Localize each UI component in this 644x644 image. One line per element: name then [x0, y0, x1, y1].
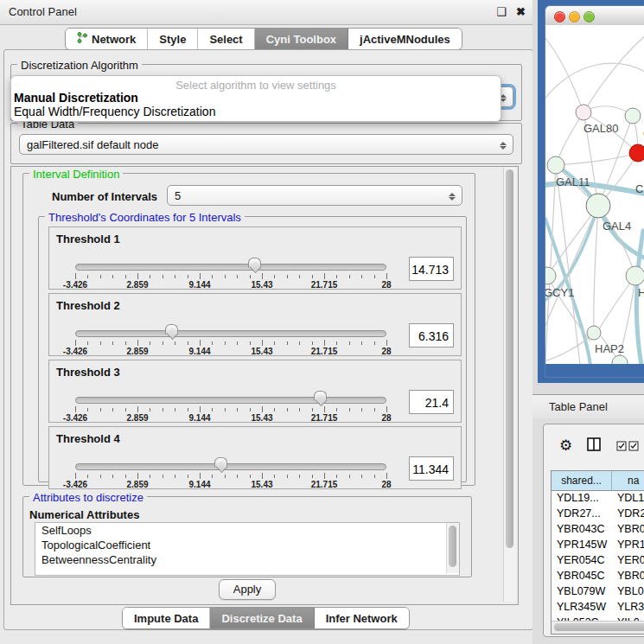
- slider-track[interactable]: [75, 330, 386, 337]
- number-of-intervals-value: 5: [175, 189, 181, 202]
- network-graph: GAL80 GA GAL11 C GAL4 GCY1 H HAP2: [545, 25, 644, 364]
- popup-item-equal-width[interactable]: Equal Width/Frequency Discretization: [14, 105, 215, 118]
- table-row[interactable]: YDL19...YDL1: [552, 491, 644, 507]
- numerical-attributes-label: Numerical Attributes: [29, 508, 139, 521]
- thresholds-group-label: Threshold's Coordinates for 5 Intervals: [45, 211, 245, 224]
- checkbox-checked-icon[interactable]: [616, 439, 627, 455]
- threshold-label: Threshold 2: [56, 299, 120, 312]
- threshold-value-field[interactable]: 14.713: [409, 257, 454, 281]
- table-row[interactable]: YER054CYER0: [552, 553, 644, 569]
- network-canvas[interactable]: GAL80 GA GAL11 C GAL4 GCY1 H HAP2: [545, 25, 644, 364]
- zoom-traffic-light-icon[interactable]: [583, 11, 595, 22]
- threshold-value-field[interactable]: 21.4: [409, 390, 454, 414]
- attributes-group-label: Attributes to discretize: [29, 491, 147, 504]
- settings-vertical-scrollbar[interactable]: [503, 168, 516, 602]
- threshold-slider[interactable]: -3.4262.8599.14415.4321.71528: [75, 458, 386, 488]
- network-window-titlebar[interactable]: [545, 6, 644, 26]
- slider-ticks: [75, 273, 386, 280]
- gear-icon[interactable]: ⚙: [559, 437, 572, 455]
- list-item[interactable]: SelfLoops: [35, 523, 459, 538]
- tab-style[interactable]: Style: [148, 29, 198, 49]
- table-row[interactable]: YBR045CYBR0: [552, 569, 644, 584]
- tab-jactivemnodules[interactable]: jActiveMNodules: [348, 29, 462, 49]
- checkbox-checked-icon[interactable]: [628, 439, 639, 455]
- network-node[interactable]: [626, 266, 644, 285]
- discretization-algorithm-group-label: Discretization Algorithm: [17, 59, 142, 72]
- table-row[interactable]: YDR27...YDR2: [552, 507, 644, 522]
- scrollbar-thumb[interactable]: [506, 169, 513, 548]
- tab-impute-data[interactable]: Impute Data: [123, 608, 210, 628]
- number-of-intervals-combobox[interactable]: 5: [167, 185, 462, 206]
- node-label-gal4: GAL4: [603, 220, 631, 233]
- threshold-row: Threshold 3 -3.4262.8599.14415.4321.7152…: [48, 360, 462, 423]
- list-item[interactable]: BetweennessCentrality: [35, 552, 459, 567]
- table-panel-title: Table Panel: [549, 400, 608, 413]
- network-node[interactable]: [587, 326, 601, 340]
- slider-track[interactable]: [75, 397, 386, 404]
- node-label-gal80: GAL80: [583, 122, 618, 135]
- tab-network[interactable]: Network: [66, 29, 148, 49]
- network-node[interactable]: [547, 156, 564, 174]
- table-data-combobox[interactable]: galFiltered.sif default node: [19, 134, 513, 155]
- table-panel-titlebar: Table Panel: [532, 394, 644, 419]
- tab-infer-network[interactable]: Infer Network: [315, 608, 409, 628]
- network-node-red[interactable]: [629, 144, 644, 162]
- slider-thumb-icon[interactable]: [248, 258, 261, 274]
- threshold-row: Threshold 1 -3.4262.8599.14415.4321.7152…: [48, 226, 462, 290]
- table-horizontal-scrollbar[interactable]: [552, 621, 644, 634]
- table-row[interactable]: YBR043CYBR0: [552, 522, 644, 538]
- scrollbar-thumb[interactable]: [449, 526, 456, 567]
- slider-track[interactable]: [75, 463, 386, 470]
- table-header-row: shared... na: [552, 471, 644, 491]
- algorithm-dropdown-popup: Select algorithm to view settings Manual…: [10, 75, 501, 122]
- network-window: GAL80 GA GAL11 C GAL4 GCY1 H HAP2: [545, 5, 644, 378]
- table-row[interactable]: YLR345WYLR3: [552, 600, 644, 615]
- column-header-shared-name[interactable]: shared...: [552, 471, 612, 490]
- threshold-value-field[interactable]: 11.344: [409, 456, 454, 481]
- threshold-row: Threshold 4 -3.4262.8599.14415.4321.7152…: [48, 426, 462, 489]
- scrollbar-thumb[interactable]: [554, 623, 644, 631]
- table-data-combobox-value: galFiltered.sif default node: [27, 138, 158, 151]
- table-row[interactable]: YBL079WYBL0: [552, 584, 644, 600]
- node-label-gal11: GAL11: [556, 175, 590, 188]
- network-node[interactable]: [612, 355, 628, 364]
- threshold-slider[interactable]: -3.4262.8599.14415.4321.71528: [75, 392, 386, 421]
- network-node[interactable]: [586, 194, 610, 218]
- threshold-slider[interactable]: -3.4262.8599.14415.4321.71528: [75, 325, 386, 354]
- app-root: Control Panel ❑ ✖ Network Style Select C…: [0, 0, 644, 644]
- numerical-attributes-list[interactable]: SelfLoops TopologicalCoefficient Between…: [35, 522, 460, 576]
- float-window-icon[interactable]: ❑: [496, 5, 507, 18]
- node-label-gcy1: GCY1: [545, 286, 574, 299]
- slider-thumb-icon[interactable]: [165, 324, 178, 341]
- node-label-hap2: HAP2: [595, 342, 624, 355]
- interval-definition-group-label: Interval Definition: [29, 168, 123, 181]
- table-row[interactable]: YPR145WYPR1: [552, 538, 644, 553]
- threshold-slider[interactable]: -3.4262.8599.14415.4321.71528: [75, 258, 386, 288]
- tab-discretize-data[interactable]: Discretize Data: [210, 608, 314, 628]
- combo-stepper-icon: [448, 189, 456, 203]
- slider-thumb-icon[interactable]: [214, 457, 227, 474]
- node-attribute-table[interactable]: shared... na YDL19...YDL1 YDR27...YDR2 Y…: [551, 470, 644, 634]
- network-node[interactable]: [545, 267, 556, 284]
- node-label-clipped: C: [635, 182, 643, 195]
- popup-item-manual-discretization[interactable]: Manual Discretization: [14, 91, 138, 105]
- threshold-value-field[interactable]: 6.316: [409, 323, 454, 348]
- threshold-row: Threshold 2 -3.4262.8599.14415.4321.7152…: [48, 293, 462, 356]
- close-traffic-light-icon[interactable]: [554, 11, 565, 22]
- attributes-list-scrollbar[interactable]: [446, 523, 459, 573]
- minimize-traffic-light-icon[interactable]: [569, 11, 580, 22]
- close-icon[interactable]: ✖: [516, 5, 526, 18]
- split-view-icon[interactable]: [587, 437, 601, 455]
- tab-select[interactable]: Select: [198, 29, 254, 49]
- column-header-name[interactable]: na: [612, 471, 644, 490]
- slider-ticks: [75, 473, 386, 480]
- tab-cyni-toolbox[interactable]: Cyni Toolbox: [255, 29, 348, 49]
- slider-thumb-icon[interactable]: [314, 391, 327, 407]
- slider-scale-labels: -3.4262.8599.14415.4321.71528: [75, 280, 386, 289]
- slider-ticks: [75, 340, 386, 347]
- list-item[interactable]: TopologicalCoefficient: [35, 538, 459, 552]
- network-node[interactable]: [576, 105, 591, 120]
- network-node[interactable]: [625, 108, 641, 124]
- apply-button[interactable]: Apply: [219, 579, 276, 600]
- slider-track[interactable]: [75, 264, 386, 271]
